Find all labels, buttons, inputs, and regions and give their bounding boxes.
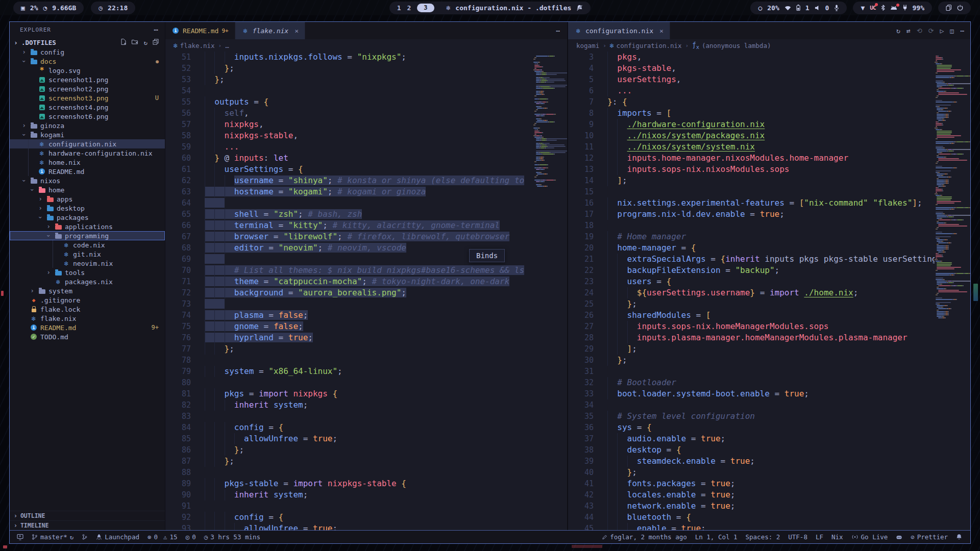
tree-item-kogami[interactable]: ›kogami [10,130,165,139]
breadcrumb-right[interactable]: kogami›❄configuration.nix›ƒx(anonymous l… [568,39,970,52]
code-line[interactable]: 85 allowUnfree = true; [165,433,567,444]
code-line[interactable]: 73 [165,298,567,310]
code-line[interactable]: 9 ./hardware-configuration.nix [568,119,970,130]
tree-item-todo.md[interactable]: ✓TODO.md [10,332,165,341]
tree-item-desktop[interactable]: ›desktop [10,204,165,213]
workspace-3-active[interactable]: 3 [417,4,434,12]
code-line[interactable]: 77 }; [165,343,567,355]
code-line[interactable]: 92 config = { [165,512,567,523]
tree-item-.gitignore[interactable]: ◆.gitignore [10,295,165,305]
code-line[interactable]: 35 # System level configuration [568,411,970,422]
code-line[interactable]: 72 background = "aurora_borealis.png"; [165,287,567,298]
code-line[interactable]: 25 }; [568,298,970,310]
tree-item-apps[interactable]: ›apps [10,194,165,204]
code-line[interactable]: 8 imports = [ [568,108,970,119]
tree-item-home[interactable]: ›home [10,185,165,194]
git-graph-button[interactable] [82,534,88,540]
code-line[interactable]: 6 ... [568,85,970,96]
code-line[interactable]: 74 plasma = false; [165,310,567,321]
code-line[interactable]: 23 users = { [568,276,970,287]
git-blame-annotation[interactable]: foglar, 2 months ago [602,533,687,541]
code-line[interactable]: 87 }; [165,456,567,467]
prettier-status[interactable]: ⊘ Prettier [911,533,948,541]
tree-item-configuration.nix[interactable]: ❄configuration.nix [10,139,165,148]
code-line[interactable]: 29 ]; [568,343,970,355]
code-line[interactable]: 88 [165,467,567,478]
code-line[interactable]: 17 programs.nix-ld.dev.enable = true; [568,209,970,220]
code-line[interactable]: 27 inputs.sops-nix.homeManagerModules.so… [568,321,970,332]
code-line[interactable]: 65 shell = "zsh"; # bash, zsh [165,209,567,220]
code-line[interactable]: 51 inputs.nixpkgs.follows = "nixpkgs"; [165,52,567,63]
language-mode[interactable]: Nix [831,533,843,541]
code-line[interactable]: 61 userSettings = { [165,164,567,175]
git-branch-indicator[interactable]: master* ↻ [32,533,74,541]
tree-item-neovim.nix[interactable]: ❄neovim.nix [10,259,165,268]
tab-readme.md[interactable]: iREADME.md9+ [165,22,235,39]
tree-item-home.nix[interactable]: ❄home.nix [10,158,165,167]
tree-item-applications[interactable]: ›applications [10,222,165,231]
tree-item-screenshot1.png[interactable]: screenshot1.png [10,75,165,84]
breadcrumb-left[interactable]: ❄flake.nix›… [165,39,567,52]
code-line[interactable]: 78 [165,355,567,366]
code-line[interactable]: 30 }; [568,355,970,366]
breadcrumb-item[interactable]: ❄configuration.nix [610,42,682,49]
code-line[interactable]: 90 inherit system; [165,489,567,500]
code-line[interactable]: 38 desktop = { [568,444,970,456]
code-line[interactable]: 57 nixpkgs, [165,119,567,130]
indentation-setting[interactable]: Spaces: 2 [746,533,780,541]
navigate-forward-icon[interactable]: ⟳ [928,27,934,35]
code-line[interactable]: 39 steamdeck.enable = true; [568,456,970,467]
collapse-folders-button[interactable] [153,39,159,46]
code-line[interactable]: 54 [165,85,567,96]
open-changes-icon[interactable]: ⇄ [906,27,911,35]
code-line[interactable]: 10 ../nixos/system/packages.nix [568,130,970,141]
power-button-icon[interactable] [957,5,963,11]
go-live-button[interactable]: Go Live [851,533,888,541]
code-line[interactable]: 31 [568,366,970,377]
tab-flake.nix[interactable]: ❄flake.nix× [235,22,305,39]
code-line[interactable]: 58 nixpkgs-stable, [165,130,567,141]
code-line[interactable]: 13 inputs.sops-nix.nixosModules.sops [568,164,970,175]
breadcrumb-item[interactable]: kogami [576,42,599,49]
code-line[interactable]: 75 gnome = false; [165,321,567,332]
session-pill[interactable] [938,2,971,14]
code-line[interactable]: 16 nix.settings.experimental-features = … [568,197,970,209]
code-line[interactable]: 89 pkgs-stable = import nixpkgs-stable { [165,478,567,489]
code-line[interactable]: 43 network.enable = true; [568,500,970,512]
code-line[interactable]: 33 boot.loader.systemd-boot.enable = tru… [568,388,970,399]
tree-item-screenshot3.png[interactable]: screenshot3.pngU [10,93,165,103]
code-line[interactable]: 71 theme = "catppuccin-mocha"; # tokyo-n… [165,276,567,287]
tree-item-readme.md[interactable]: iREADME.md9+ [10,323,165,332]
close-tab-icon[interactable]: × [659,27,664,35]
refresh-explorer-button[interactable]: ↻ [143,39,148,46]
new-folder-button[interactable] [132,39,138,46]
code-line[interactable]: 86 }; [165,444,567,456]
code-editor-configuration-nix[interactable]: 3 pkgs,4 pkgs-stable,5 userSettings,6 ..… [568,52,970,530]
code-line[interactable]: 18 [568,220,970,231]
tree-item-nixos[interactable]: ›nixos [10,176,165,185]
breadcrumb-item[interactable]: ❄flake.nix [174,42,215,49]
new-file-button[interactable] [120,39,127,46]
code-line[interactable]: 52 }; [165,63,567,74]
code-line[interactable]: 84 config = { [165,422,567,433]
problems-indicator[interactable]: ⊗ 0 ⚠ 15 [148,533,178,541]
timeline-icon[interactable]: ↻ [896,27,900,35]
code-editor-flake-nix[interactable]: 51 inputs.nixpkgs.follows = "nixpkgs";52… [165,52,567,530]
system-stats-pill[interactable]: ▣ 2% ◔ 9.66GB [13,2,84,14]
workspace-1[interactable]: 1 [397,4,401,12]
tree-item-flake.nix[interactable]: ❄flake.nix [10,314,165,323]
tree-root-dotfiles[interactable]: › .DOTFILES ↻ [10,37,165,47]
code-line[interactable]: 24 ${userSettings.username} = import ./h… [568,287,970,298]
copilot-button[interactable] [896,534,902,540]
remote-indicator[interactable] [17,534,23,540]
code-line[interactable]: 20 home-manager = { [568,242,970,254]
code-line[interactable]: 91 [165,500,567,512]
code-line[interactable]: 15 [568,186,970,197]
code-line[interactable]: 55 outputs = { [165,96,567,108]
tree-item-programming[interactable]: ›programming [10,231,165,240]
code-line[interactable]: 19 # Home manager [568,231,970,242]
code-line[interactable]: 62 username = "shinya"; # konsta or shin… [165,175,567,186]
code-line[interactable]: 45 enable = true; [568,523,970,530]
timeline-section-header[interactable]: › TIMELINE [10,520,165,530]
minimap[interactable] [935,54,969,319]
